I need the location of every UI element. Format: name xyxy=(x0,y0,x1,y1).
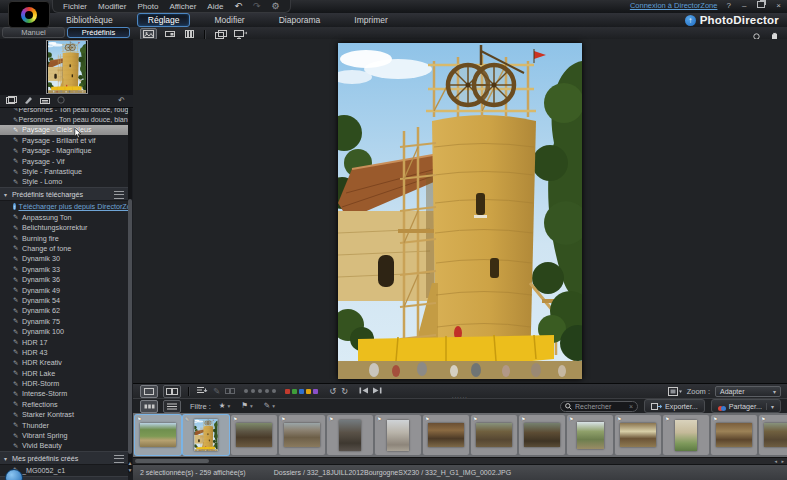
dual-monitor-icon[interactable] xyxy=(233,29,248,39)
menu-afficher[interactable]: Afficher xyxy=(169,2,196,11)
rotate-right-icon[interactable]: ↻ xyxy=(341,387,348,396)
share-button[interactable]: Partager... ▾ xyxy=(711,399,781,413)
preset-item[interactable]: ✎HDR Lake xyxy=(0,368,128,378)
color-label-orange[interactable] xyxy=(306,389,311,394)
menu-aide[interactable]: Aide xyxy=(207,2,223,11)
filmstrip-thumb[interactable]: ⚑ xyxy=(711,415,757,455)
scroll-up-icon[interactable]: ▲ xyxy=(128,461,133,466)
menu-fichier[interactable]: Fichier xyxy=(63,2,87,11)
filmstrip-thumb[interactable]: ⚑ xyxy=(519,415,565,455)
main-photo[interactable] xyxy=(338,43,582,379)
tab-reglage[interactable]: Réglage xyxy=(137,13,191,27)
preset-item[interactable]: ✎Paysage - Brillant et vif xyxy=(0,135,128,145)
preset-item[interactable]: ✎Belichtungskorrektur xyxy=(0,223,128,233)
preset-item[interactable]: ✎Burning fire xyxy=(0,233,128,243)
settings-icon[interactable]: ⚙ xyxy=(271,2,279,11)
preset-item[interactable]: ✎HDR 43 xyxy=(0,347,128,357)
preset-item[interactable]: ✎Paysage - Ciels bleus xyxy=(0,125,128,135)
help-button[interactable]: ? xyxy=(724,2,732,10)
section-menu-icon[interactable] xyxy=(114,455,124,463)
rating-dot[interactable] xyxy=(251,389,255,393)
preset-item[interactable]: ✎Starker Kontrast xyxy=(0,410,128,420)
minimize-button[interactable]: – xyxy=(740,2,748,10)
preset-item[interactable]: ✎HDR 17 xyxy=(0,337,128,347)
flag-filter-button[interactable]: ⚑ ▾ xyxy=(238,401,256,411)
preset-item[interactable]: ✎Vibrant Spring xyxy=(0,430,128,440)
redo-icon[interactable]: ↷ xyxy=(253,2,261,11)
export-button[interactable]: Exporter... xyxy=(644,399,705,413)
preset-item[interactable]: ✎Dynamik 62 xyxy=(0,306,128,316)
tab-bibliotheque[interactable]: Bibliothèque xyxy=(56,14,123,26)
preset-item[interactable]: ✎Style - Fantastique xyxy=(0,166,128,176)
previous-photo-icon[interactable] xyxy=(359,387,368,396)
preset-item[interactable]: ✎Dynamik 75 xyxy=(0,316,128,326)
preset-item[interactable]: ✎Personnes - Ton peau douce, blanche xyxy=(0,114,128,124)
preset-item[interactable]: ✎Reflections xyxy=(0,399,128,409)
preset-item[interactable]: ✎Dynamik 54 xyxy=(0,295,128,305)
reset-icon[interactable]: ↶ xyxy=(118,97,125,105)
directorzone-connect-link[interactable]: Connexion à DirectorZone xyxy=(630,1,718,10)
scroll-down-icon[interactable]: ▼ xyxy=(128,468,133,473)
single-view-button[interactable] xyxy=(140,385,158,398)
preset-section-header[interactable]: ▾Mes prédéfinis créés xyxy=(0,451,128,465)
clear-search-icon[interactable]: × xyxy=(629,403,633,410)
preset-preview-thumbnail[interactable] xyxy=(46,40,88,94)
preset-item[interactable]: ✎Thunder xyxy=(0,420,128,430)
export-preset-icon[interactable] xyxy=(40,96,50,106)
preset-section-header[interactable]: ▾Prédéfinis téléchargés xyxy=(0,187,128,201)
rating-dot[interactable] xyxy=(244,389,248,393)
filmstrip-thumb[interactable]: ⚑ xyxy=(279,415,325,455)
color-label-purple[interactable] xyxy=(313,389,318,394)
next-photo-icon[interactable] xyxy=(373,387,382,396)
preset-item[interactable]: ✎Dynamik 49 xyxy=(0,285,128,295)
undo-icon[interactable]: ↶ xyxy=(234,2,242,11)
tab-modifier[interactable]: Modifier xyxy=(204,14,254,26)
directorzone-download-link[interactable]: ↓Télécharger plus depuis DirectorZone xyxy=(0,201,128,212)
zoom-level-dropdown[interactable]: Adapter ▾ xyxy=(715,386,781,397)
preset-item[interactable]: ✎Intense-Storm xyxy=(0,389,128,399)
color-label-blue[interactable] xyxy=(299,389,304,394)
rating-dot[interactable] xyxy=(265,389,269,393)
photo-viewer-icon[interactable] xyxy=(162,29,177,39)
filmstrip-view-button[interactable] xyxy=(140,400,158,413)
filmstrip-thumb[interactable]: ⚑ xyxy=(327,415,373,455)
tag-icon[interactable] xyxy=(225,387,235,396)
preset-item[interactable]: ✎Paysage - Magnifique xyxy=(0,146,128,156)
section-menu-icon[interactable] xyxy=(114,191,124,199)
filmstrip-thumb[interactable]: ⚑ xyxy=(663,415,709,455)
delete-preset-icon[interactable] xyxy=(57,96,65,106)
close-button[interactable]: × xyxy=(774,2,783,10)
filmstrip-thumb[interactable]: ⚑ xyxy=(231,415,277,455)
filmstrip-thumb[interactable]: ⚑ xyxy=(375,415,421,455)
restore-button[interactable] xyxy=(755,1,767,10)
search-input[interactable]: Rechercher × xyxy=(560,401,638,412)
save-preset-icon[interactable] xyxy=(6,96,17,106)
filmstrip-thumb[interactable]: ⚑ xyxy=(567,415,613,455)
grid-view-icon[interactable] xyxy=(182,29,197,39)
color-label-green[interactable] xyxy=(292,389,297,394)
label-filter-button[interactable]: ✎ ▾ xyxy=(261,401,278,411)
filmstrip-thumb[interactable]: ✎ xyxy=(183,415,229,455)
apply-preset-icon[interactable] xyxy=(24,96,33,106)
preset-item[interactable]: ✎Dynamik 36 xyxy=(0,274,128,284)
filmstrip-thumb[interactable]: ⚑ xyxy=(471,415,517,455)
preset-item[interactable]: ✎Vivid Beauty xyxy=(0,441,128,451)
preset-item[interactable]: ✎Dynamik 100 xyxy=(0,326,128,336)
preset-item[interactable]: ✎Anpassung Ton xyxy=(0,212,128,222)
star-filter-button[interactable]: ★ ▾ xyxy=(216,401,234,411)
preset-item[interactable]: ✎Style - Lomo xyxy=(0,177,128,187)
preset-item[interactable]: ✎Paysage - Vif xyxy=(0,156,128,166)
share-dropdown-icon[interactable]: ▾ xyxy=(766,403,774,410)
preset-item[interactable]: ✎Dynamik 30 xyxy=(0,254,128,264)
sidebar-tab-predefinis[interactable]: Prédéfinis xyxy=(67,27,130,38)
sort-icon[interactable] xyxy=(197,386,208,396)
filmstrip-thumb[interactable]: ⚑ xyxy=(759,415,787,455)
rating-dot[interactable] xyxy=(258,389,262,393)
filmstrip-scrollbar-thumb[interactable] xyxy=(135,459,209,463)
compare-view-button[interactable] xyxy=(163,385,181,398)
list-view-button[interactable] xyxy=(163,400,181,413)
menu-modifier[interactable]: Modifier xyxy=(98,2,126,11)
rating-dot[interactable] xyxy=(272,389,276,393)
tab-diaporama[interactable]: Diaporama xyxy=(269,14,331,26)
preset-item[interactable]: ✎Change of tone xyxy=(0,243,128,253)
